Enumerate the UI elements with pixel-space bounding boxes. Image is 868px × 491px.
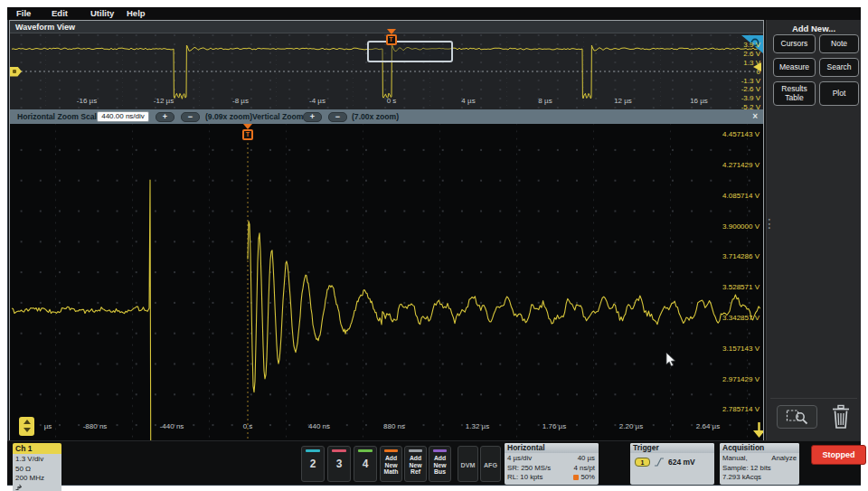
right-panel: Add New... CursorsNoteMeasureSearchResul… [766,20,861,440]
time-tick-label: 880 ns [374,422,414,430]
menu-bar: FileEditUtilityHelp [7,7,861,20]
horizontal-right-column: 40 µs 4 ns/pt 50% [573,454,595,483]
button-label: AddNewRef [405,455,426,476]
menu-item-utility[interactable]: Utility [90,8,114,18]
panel-separator [770,398,857,399]
channel-2-button[interactable]: 2 [301,446,325,482]
add-new-cursors-button[interactable]: Cursors [773,34,816,53]
acquisition-panel-title: Acquisition [720,443,799,453]
voltage-tick-label: 3.342857 V [722,314,760,322]
button-label: AddNewMath [381,455,401,476]
voltage-tick-label: 3.714286 V [722,252,760,260]
button-label: AddNewBus [429,455,450,476]
voltage-tick-label: 3.9 V [743,41,760,49]
add-new-search-button[interactable]: Search [819,58,859,77]
zoom-close-icon[interactable]: × [752,109,758,124]
channel-4-accent [358,449,373,452]
vertical-zoom-label: Vertical Zoom [252,109,303,124]
acquisition-analyze: Analyze [771,454,797,464]
rising-edge-icon [654,458,665,467]
overview-trigger-flag[interactable]: T [385,29,397,45]
trigger-flag-letter: T [242,129,253,140]
add-new-results-table-button[interactable]: Results Table [773,81,816,106]
trigger-level-value: 624 mV [668,458,695,467]
time-tick-label: 2.64 µs [688,422,728,430]
horizontal-zoom-readout: (9.09x zoom) [205,109,252,124]
time-tick-label: 2.20 µs [611,422,651,430]
time-tick-label: 12 µs [609,97,637,105]
voltage-tick-label: 4.457143 V [722,130,760,138]
voltage-tick-label: -5.2 V [741,103,760,111]
trigger-panel[interactable]: Trigger 1 624 mV [630,443,714,485]
horizontal-panel[interactable]: Horizontal 4 µs/div SR: 250 MS/s RL: 10 … [505,443,599,485]
zoom-toolbar: Horizontal Zoom Scale 440.00 ns/div + − … [10,109,763,124]
time-tick-label: 8 µs [531,97,560,105]
clip-up-arrow-icon [24,420,31,424]
channel-1-badge[interactable]: Ch 1 1.3 V/div 50 Ω 200 MHz [13,443,61,491]
channel-3-label: 3 [328,458,350,470]
channel-1-settings: 1.3 V/div 50 Ω 200 MHz [13,454,61,491]
zoom-reset-button[interactable] [777,405,817,429]
horizontal-left-column: 4 µs/div SR: 250 MS/s RL: 10 kpts [507,454,551,483]
dvm-button[interactable]: DVM [458,446,478,482]
time-tick-label: 1.32 µs [458,422,497,430]
time-tick-label: 16 µs [684,97,713,105]
time-tick-label: -880 ns [75,422,115,430]
horizontal-scale: 4 µs/div [507,454,551,464]
overview-plot[interactable]: T 3.9 V2.6 V1.3 V0-1.3 V-2.6 V-3.9 V-5.2… [10,33,763,109]
zoom-trigger-flag[interactable]: T [242,124,254,140]
zoom-trace-svg [10,124,763,441]
acquisition-sample: Sample: 12 bits [722,464,797,474]
voltage-tick-label: -3.9 V [741,94,760,102]
menu-item-help[interactable]: Help [127,8,146,18]
clip-down-arrow-icon [24,428,31,432]
waveform-view-panel: Waveform View T 3.9 V2.6 V1.3 [9,20,764,440]
time-tick-label: 0 s [228,422,268,430]
time-tick-label: -12 µs [149,97,178,105]
trigger-source-badge: 1 [635,458,650,467]
acquisition-settings: Manual, Analyze Sample: 12 bits 7.293 kA… [722,454,797,483]
horizontal-zoom-minus-button[interactable]: − [181,112,200,122]
vertical-zoom-plus-button[interactable]: + [303,112,322,122]
accent-line [433,449,447,452]
trigger-panel-title: Trigger [630,443,714,453]
channel-3-button[interactable]: 3 [327,446,351,482]
zoom-plot[interactable]: T 4.457143 V4.271429 V4.085714 V3.900000… [10,124,763,441]
delete-trash-button[interactable] [826,401,855,432]
voltage-tick-label: 3.528571 V [722,283,760,291]
channel-4-label: 4 [354,458,376,470]
voltage-tick-label: 0 [757,68,760,76]
voltage-tick-label: 4.085714 V [722,192,760,200]
channel-1-scale: 1.3 V/div [15,455,59,465]
channel-1-name: Ch 1 [13,443,61,454]
channel-3-accent [332,449,346,452]
position-indicator-icon [573,475,579,480]
time-tick-label: -4 µs [303,97,332,105]
menu-item-edit[interactable]: Edit [52,8,68,18]
channel-1-impedance: 50 Ω [15,465,59,475]
run-stop-status-button[interactable]: Stopped [811,445,866,465]
add-new-math-button[interactable]: AddNewMath [380,446,402,482]
panel-drag-handle[interactable]: ⋮ [763,221,776,226]
channel-1-bandwidth: 200 MHz [15,474,59,490]
trigger-level-offscreen-arrow [753,422,763,438]
bottom-settings-bar: Ch 1 1.3 V/div 50 Ω 200 MHz 234 AddNewMa… [7,440,861,485]
channel-2-accent [306,449,320,452]
afg-button[interactable]: AFG [480,446,501,482]
time-tick-label: -440 ns [152,422,192,430]
zoom-mode-icon [786,409,809,425]
add-new-bus-button[interactable]: AddNewBus [429,446,451,482]
add-new-plot-button[interactable]: Plot [819,81,859,106]
accent-line [409,449,422,452]
channel-4-button[interactable]: 4 [354,446,377,482]
horizontal-zoom-plus-button[interactable]: + [156,112,175,122]
acquisition-panel[interactable]: Acquisition Manual, Analyze Sample: 12 b… [720,443,799,485]
horizontal-zoom-scale-input[interactable]: 440.00 ns/div [97,111,149,122]
add-new-ref-button[interactable]: AddNewRef [404,446,427,482]
zoom-window-box[interactable] [367,41,453,62]
channel1-clip-badge[interactable] [19,417,34,436]
add-new-note-button[interactable]: Note [819,34,859,53]
menu-item-file[interactable]: File [16,8,31,18]
vertical-zoom-minus-button[interactable]: − [328,112,347,122]
add-new-measure-button[interactable]: Measure [773,58,816,77]
